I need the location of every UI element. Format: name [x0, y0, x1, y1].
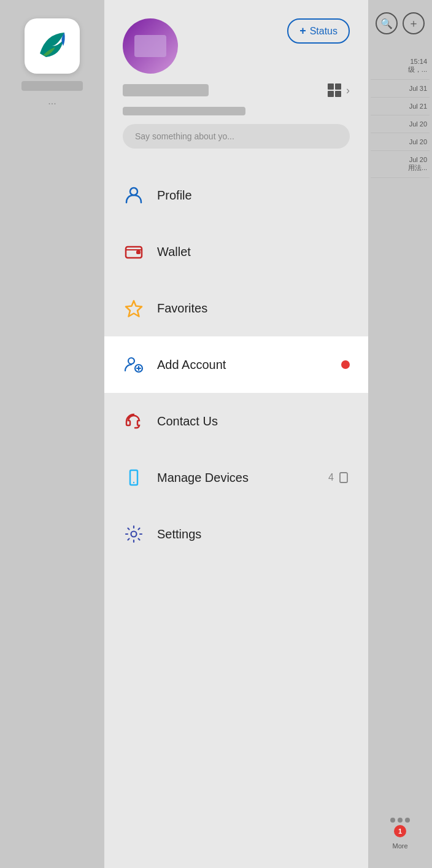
- svg-rect-2: [136, 250, 141, 254]
- person-icon: [123, 184, 145, 206]
- chat-item-5[interactable]: Jul 20: [371, 133, 430, 151]
- gear-icon: [123, 523, 145, 545]
- menu-panel: + Status › Say something about yo...: [104, 0, 368, 868]
- chat-item-4[interactable]: Jul 20: [371, 115, 430, 133]
- bio-placeholder: Say something about yo...: [135, 131, 234, 141]
- profile-label: Profile: [157, 188, 192, 203]
- status-button[interactable]: + Status: [287, 18, 350, 44]
- profile-top-row: + Status: [123, 18, 350, 74]
- more-label: More: [392, 842, 407, 850]
- svg-point-0: [130, 188, 137, 195]
- profile-name-row: ›: [123, 83, 350, 97]
- menu-items-list: Profile Wallet Favorites: [104, 161, 368, 868]
- chat-item-2[interactable]: Jul 31: [371, 80, 430, 98]
- device-count: 4: [328, 471, 350, 484]
- svg-rect-8: [340, 473, 347, 482]
- settings-label: Settings: [157, 527, 201, 541]
- svg-point-7: [133, 482, 134, 483]
- contact-us-label: Contact Us: [157, 414, 218, 428]
- chat-time-5: Jul 20: [409, 138, 427, 145]
- manage-devices-label: Manage Devices: [157, 471, 249, 485]
- menu-item-profile[interactable]: Profile: [104, 167, 368, 223]
- notification-badge: 1: [394, 825, 406, 837]
- left-sidebar: ...: [0, 0, 104, 868]
- star-icon: [123, 297, 145, 319]
- avatar: [123, 18, 178, 74]
- add-account-badge: [341, 360, 350, 369]
- status-plus-icon: +: [299, 25, 306, 37]
- avatar-image-blurred: [134, 35, 166, 57]
- status-button-label: Status: [310, 26, 338, 37]
- menu-item-favorites[interactable]: Favorites: [104, 280, 368, 336]
- chat-time-1: 15:14: [410, 58, 427, 65]
- profile-header: + Status › Say something about yo...: [104, 0, 368, 161]
- app-icon: [25, 18, 80, 74]
- chat-item-3[interactable]: Jul 21: [371, 98, 430, 115]
- menu-item-wallet[interactable]: Wallet: [104, 223, 368, 280]
- svg-point-4: [128, 358, 134, 364]
- chat-time-2: Jul 31: [409, 85, 427, 92]
- svg-point-9: [131, 532, 137, 537]
- profile-name-blurred: [123, 84, 209, 96]
- menu-item-contact-us[interactable]: Contact Us: [104, 393, 368, 449]
- chat-preview-1: 级，...: [408, 65, 427, 74]
- menu-item-add-account[interactable]: Add Account: [104, 336, 368, 393]
- chevron-right-icon: ›: [346, 84, 350, 97]
- right-top-icons: 🔍 ＋: [376, 12, 425, 34]
- add-icon[interactable]: ＋: [403, 12, 425, 34]
- wallet-label: Wallet: [157, 245, 191, 259]
- chat-item-1[interactable]: 15:14 级，...: [371, 53, 430, 80]
- profile-id-blurred: [123, 107, 245, 115]
- chat-preview-6: 用法...: [408, 163, 427, 172]
- three-dots: ...: [48, 96, 56, 107]
- qr-row[interactable]: ›: [328, 83, 350, 97]
- right-panel: 🔍 ＋ 15:14 级，... Jul 31 Jul 21 Jul 20 Jul…: [368, 0, 432, 868]
- chat-time-3: Jul 21: [409, 103, 427, 110]
- wallet-icon: [123, 241, 145, 263]
- device-icon: [123, 467, 145, 489]
- chat-item-6[interactable]: Jul 20 用法...: [371, 151, 430, 178]
- chat-list: 15:14 级，... Jul 31 Jul 21 Jul 20 Jul 20 …: [368, 53, 432, 178]
- favorites-label: Favorites: [157, 301, 207, 316]
- add-account-icon: [123, 354, 145, 376]
- user-name-blurred: [21, 81, 83, 91]
- headset-icon: [123, 410, 145, 432]
- chat-time-4: Jul 20: [409, 120, 427, 128]
- search-icon[interactable]: 🔍: [376, 12, 398, 34]
- chat-time-6: Jul 20: [409, 156, 427, 163]
- svg-marker-3: [126, 301, 142, 317]
- menu-item-settings[interactable]: Settings: [104, 506, 368, 562]
- qr-code-icon: [328, 83, 341, 97]
- menu-item-manage-devices[interactable]: Manage Devices 4: [104, 449, 368, 506]
- bio-input[interactable]: Say something about yo...: [123, 124, 350, 149]
- add-account-label: Add Account: [157, 358, 226, 372]
